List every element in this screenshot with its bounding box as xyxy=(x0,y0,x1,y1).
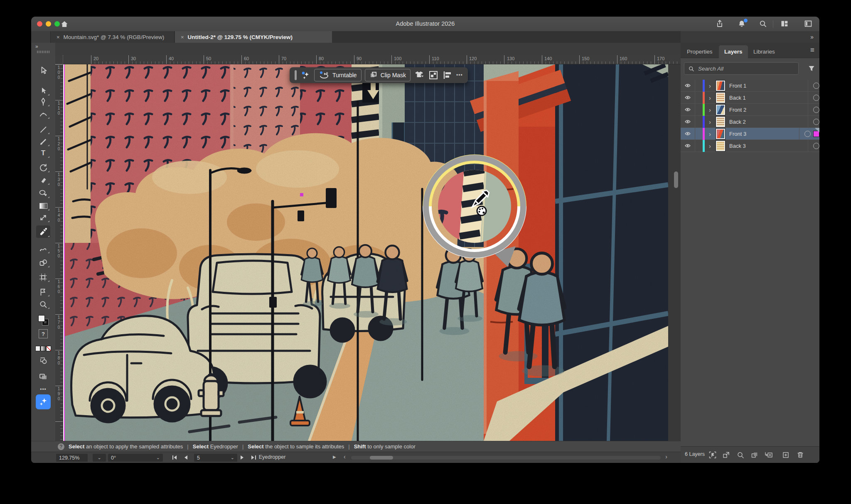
clip-mask-button[interactable]: Clip Mask xyxy=(365,69,411,81)
width-tool[interactable] xyxy=(36,212,50,223)
pen-tool[interactable] xyxy=(36,96,50,107)
fill-stroke-swatches[interactable] xyxy=(36,315,50,325)
layer-target-circle[interactable] xyxy=(813,143,819,149)
locate-object-icon[interactable] xyxy=(736,451,745,459)
screen-mode-icon[interactable] xyxy=(36,371,50,382)
layer-row-front-3-selected[interactable]: › Front 3 xyxy=(681,128,819,140)
line-segment-tool[interactable] xyxy=(36,124,50,135)
release-clip-icon[interactable] xyxy=(722,451,730,459)
make-clip-mask-icon[interactable] xyxy=(750,451,759,459)
tab-mountain-svg[interactable]: × Mountain.svg* @ 7.34 % (RGB/Preview) xyxy=(51,31,175,43)
tab-layers[interactable]: Layers xyxy=(719,45,748,58)
rotate-tool[interactable] xyxy=(36,162,50,173)
draw-mode-icon[interactable] xyxy=(36,355,50,366)
workspace-switcher-icon[interactable] xyxy=(780,20,790,29)
eyedropper-tool[interactable] xyxy=(36,225,50,238)
scroll-left-icon[interactable]: ‹ xyxy=(344,453,346,460)
artboard-tool[interactable] xyxy=(36,272,50,283)
status-menu-arrow[interactable]: ▶ xyxy=(333,455,336,459)
search-icon[interactable] xyxy=(759,20,768,29)
visibility-eye-icon[interactable] xyxy=(684,130,691,137)
layer-name[interactable]: Front 2 xyxy=(729,107,808,113)
turntable-button[interactable]: Turntable xyxy=(314,69,362,81)
edit-toolbar-icon[interactable]: ••• xyxy=(36,384,50,395)
zoom-tool[interactable] xyxy=(36,299,50,310)
layer-row-front-1[interactable]: › Front 1 xyxy=(681,80,819,92)
taskbar-drag-handle[interactable] xyxy=(295,70,297,80)
layer-name[interactable]: Back 3 xyxy=(729,143,808,149)
layer-thumbnail[interactable] xyxy=(716,141,725,151)
help-icon[interactable]: ? xyxy=(58,443,64,450)
layer-thumbnail[interactable] xyxy=(716,93,725,103)
layer-thumbnail[interactable] xyxy=(716,117,725,127)
horizontal-ruler[interactable]: 20 30 40 50 60 70 80 90 100 110 120 130 … xyxy=(63,55,681,64)
layer-name[interactable]: Back 2 xyxy=(729,119,808,125)
expand-tools-icon[interactable]: » xyxy=(35,44,38,49)
arrange-icon[interactable] xyxy=(428,69,439,81)
layer-row-front-2[interactable]: › Front 2 xyxy=(681,104,819,116)
selection-tool[interactable] xyxy=(36,65,50,76)
curvature-tool[interactable] xyxy=(36,109,50,120)
generative-ai-button[interactable] xyxy=(36,394,51,409)
new-layer-icon[interactable] xyxy=(782,451,790,459)
paintbrush-tool[interactable] xyxy=(36,136,50,147)
first-artboard-button[interactable] xyxy=(172,455,178,460)
layer-thumbnail[interactable] xyxy=(716,129,725,139)
delete-layer-trash-icon[interactable] xyxy=(796,451,804,459)
search-input[interactable] xyxy=(697,65,794,72)
layer-target-circle[interactable] xyxy=(813,83,819,89)
visibility-eye-icon[interactable] xyxy=(684,94,691,101)
expand-layer-icon[interactable]: › xyxy=(709,83,711,89)
previous-artboard-button[interactable] xyxy=(183,455,188,460)
eraser-tool[interactable] xyxy=(36,175,50,186)
layer-row-back-2[interactable]: › Back 2 xyxy=(681,116,819,128)
expand-layer-icon[interactable]: › xyxy=(709,107,711,113)
mockup-icon[interactable] xyxy=(414,69,425,81)
more-options-icon[interactable]: ••• xyxy=(456,72,463,78)
artboard-number-field[interactable]: 5⌄ xyxy=(194,454,237,462)
canvas-viewport[interactable]: Turntable Clip Mask ••• xyxy=(63,64,681,441)
direct-selection-tool[interactable] xyxy=(36,86,50,96)
layer-name[interactable]: Back 1 xyxy=(729,95,808,101)
tools-grip[interactable] xyxy=(37,51,49,53)
fill-placeholder[interactable]: ? xyxy=(36,328,50,339)
expand-layer-icon[interactable]: › xyxy=(709,143,711,149)
zoom-level-field[interactable]: 129.75% xyxy=(56,454,88,462)
layer-name[interactable]: Front 1 xyxy=(729,83,808,89)
gradient-tool[interactable] xyxy=(36,201,50,211)
collect-for-export-icon[interactable] xyxy=(708,451,717,459)
layer-target-circle[interactable] xyxy=(813,95,819,101)
close-tab-icon[interactable]: × xyxy=(181,34,184,40)
active-tool-status[interactable]: Eyedropper xyxy=(239,454,305,460)
share-icon[interactable] xyxy=(716,20,725,29)
visibility-eye-icon[interactable] xyxy=(684,142,691,149)
scroll-right-icon[interactable]: › xyxy=(665,453,667,460)
layer-thumbnail[interactable] xyxy=(716,105,725,115)
layer-name[interactable]: Front 3 xyxy=(729,131,799,137)
layer-target-circle[interactable] xyxy=(813,107,819,113)
collapse-panels-icon[interactable]: » xyxy=(810,34,814,40)
visibility-eye-icon[interactable] xyxy=(684,106,691,113)
ai-sparkle-icon[interactable] xyxy=(300,69,311,81)
canvas-vertical-scrollbar[interactable] xyxy=(674,171,678,188)
canvas-horizontal-scrollbar[interactable] xyxy=(351,456,661,460)
align-icon[interactable] xyxy=(442,69,453,81)
type-tool[interactable]: T xyxy=(36,148,50,159)
layers-search-box[interactable] xyxy=(684,62,799,75)
vertical-ruler[interactable]: 100 110 120 130 140 150 160 170 180 190 xyxy=(55,64,63,441)
visibility-eye-icon[interactable] xyxy=(684,118,691,125)
expand-layer-icon[interactable]: › xyxy=(709,95,711,101)
rotation-field[interactable]: 0°⌄ xyxy=(108,454,163,462)
blob-brush-tool[interactable] xyxy=(36,243,50,254)
color-type-strip[interactable] xyxy=(36,343,50,354)
panel-menu-icon[interactable]: ≡ xyxy=(810,46,814,54)
expand-layer-icon[interactable]: › xyxy=(709,119,711,125)
tab-untitled-2[interactable]: × Untitled-2* @ 129.75 % (CMYK/Preview) xyxy=(175,31,332,43)
new-sublayer-icon[interactable] xyxy=(764,451,772,459)
filter-icon[interactable] xyxy=(808,65,815,74)
layer-target-circle[interactable] xyxy=(813,119,819,125)
shape-builder-tool[interactable] xyxy=(36,257,50,268)
annotate-tool[interactable] xyxy=(36,188,50,199)
layer-target-circle[interactable] xyxy=(804,131,811,137)
tab-libraries[interactable]: Libraries xyxy=(748,45,780,58)
